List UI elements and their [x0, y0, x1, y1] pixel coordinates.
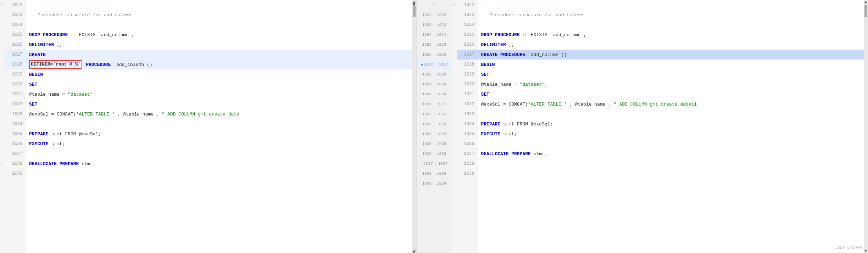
- right-line-1033: [478, 109, 868, 119]
- watermark: CSDN @战APP: [835, 245, 862, 250]
- mid-row-1034: 1034|1034: [417, 129, 452, 139]
- left-line-1033: @exeSql = CONCAT('ALTER TABLE ' , @table…: [26, 109, 416, 119]
- fold-top-mid: ▽: [433, 3, 435, 7]
- right-code-area: -- ---------------------------- -- Proce…: [478, 0, 868, 253]
- right-line-1035: EXECUTE stmt;: [478, 129, 868, 139]
- right-line-1026: DELIMITER ;;: [478, 40, 868, 50]
- right-line-1024: -- ----------------------------: [481, 22, 567, 28]
- right-line-1025: DROP PROCEDURE IF EXISTS `add_column`;: [478, 30, 868, 40]
- mid-row-1023: 1023|1023: [417, 20, 452, 30]
- right-line-1034: PREPARE stmt FROM @exeSql;: [478, 119, 868, 129]
- right-line-1036: [478, 139, 868, 149]
- mid-row-1038: 1038|1038: [417, 169, 452, 179]
- mid-row-1039: 1039|1039: [417, 179, 452, 189]
- right-scrollbar[interactable]: ▲ ▽: [864, 0, 868, 253]
- left-line-1035: PREPARE stmt FROM @exeSql;: [26, 129, 416, 139]
- left-line-1026: DELIMITER ;;: [26, 40, 416, 50]
- right-line-1022: -- ----------------------------: [481, 2, 567, 8]
- mid-row-1030: 1030|1030: [417, 89, 452, 99]
- left-line-numbers: 1022 1023 1024 1025 1026 1027 1028 1029 …: [5, 0, 26, 253]
- right-line-1027: CREATE PROCEDURE `add_column`(): [478, 50, 868, 60]
- mid-row-1024: 1024|1024: [417, 30, 452, 40]
- fold-top-left: ▽: [1, 3, 3, 7]
- right-line-1030: @table_name = "dataset";: [478, 79, 868, 89]
- right-line-1029: SET: [478, 69, 868, 79]
- mid-row-1036: 1036|1036: [417, 149, 452, 159]
- left-line-1031: @table_name = "dataset";: [26, 89, 416, 99]
- right-line-1039: [478, 169, 868, 179]
- left-panel: ▽ ▽: [0, 0, 417, 253]
- left-line-1029: BEGIN: [26, 69, 416, 79]
- right-line-1031: SET: [478, 89, 868, 99]
- mid-row-1029: 1029|1029: [417, 79, 452, 89]
- left-line-1024: -- ----------------------------: [29, 22, 115, 28]
- left-line-1023: -- Procedure structure for add_column: [29, 12, 132, 18]
- left-line-1037: [26, 149, 416, 159]
- right-line-1023: -- Procedure structure for add_column: [481, 12, 584, 18]
- left-line-1032: SET: [26, 99, 416, 109]
- left-line-1025: DROP PROCEDURE IF EXISTS `add_column`;: [26, 30, 416, 40]
- fold-top-right: ▽: [453, 3, 455, 7]
- left-line-1030: SET: [26, 79, 416, 89]
- mid-row-1033: 1033|1033: [417, 119, 452, 129]
- right-line-1032: @exeSql = CONCAT('ALTER TABLE ' , @table…: [478, 99, 868, 109]
- left-line-1038: DEALLOCATE PREPARE stmt;: [26, 159, 416, 169]
- middle-gutter: ▽ 1022|1022 1023|1023 1024|1024 1025|102…: [417, 0, 452, 253]
- fold-bottom-left: ▽: [1, 162, 3, 166]
- diff-view: ▽ ▽: [0, 0, 868, 253]
- mid-row-1026: 1026|1026: [417, 50, 452, 60]
- mid-row-1031: 1031|1031: [417, 99, 452, 109]
- mid-row-1035: 1035|1035: [417, 139, 452, 149]
- left-line-1028: DEFINER=`root`@`%` PROCEDURE `add_column…: [26, 60, 416, 69]
- mid-row-1022: 1022|1022: [417, 10, 452, 20]
- right-line-1037: DEALLOCATE PREPARE stmt;: [478, 149, 868, 159]
- left-scrollbar[interactable]: ▲ ▽: [412, 0, 416, 253]
- left-code-area: -- ---------------------------- -- Proce…: [26, 0, 416, 253]
- left-line-1034: [26, 119, 416, 129]
- left-line-1027: CREATE: [26, 50, 416, 60]
- right-line-numbers: 1022 1023 1024 1025 1026 1027 1028 1029 …: [457, 0, 478, 253]
- fold-bottom-right: ▽: [453, 152, 455, 156]
- mid-row-1028: 1028|1028: [417, 69, 452, 79]
- left-line-1039: [26, 169, 416, 179]
- mid-row-1025: 1025|1025: [417, 40, 452, 50]
- left-line-1022: -- ----------------------------: [29, 2, 115, 8]
- mid-row-1037: ▽ 1037|1037: [417, 159, 452, 169]
- right-line-1028: BEGIN: [478, 60, 868, 69]
- right-line-1038: [478, 159, 868, 169]
- mid-row-1027: » 1027|1027: [417, 60, 452, 69]
- left-line-1036: EXECUTE stmt;: [26, 139, 416, 149]
- mid-row-1032: 1032|1032: [417, 109, 452, 119]
- right-panel: ▽ ▽: [452, 0, 868, 253]
